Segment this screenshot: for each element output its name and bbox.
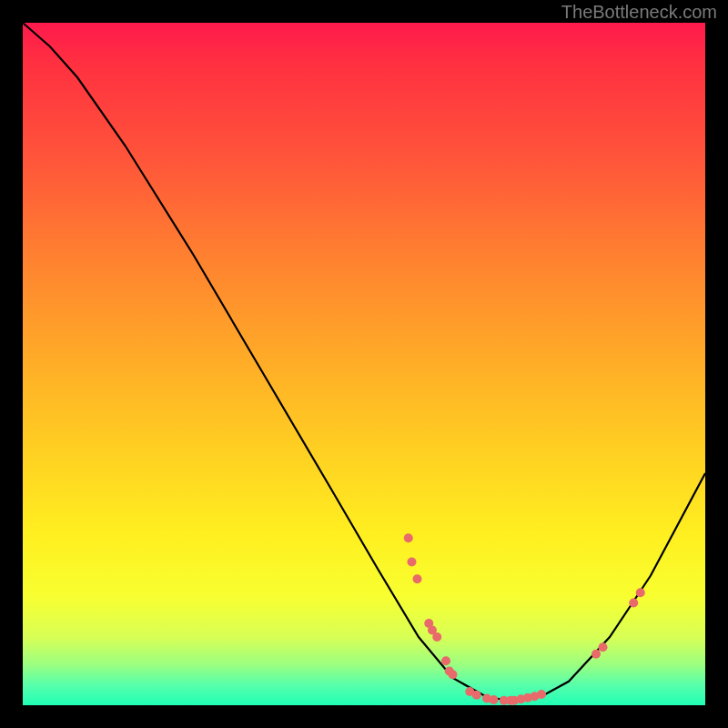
marker-point <box>472 691 481 700</box>
watermark-text: TheBottleneck.com <box>561 2 717 23</box>
marker-point <box>404 533 413 542</box>
plot-area <box>23 23 705 705</box>
marker-point <box>537 690 546 699</box>
marker-point <box>592 650 601 659</box>
marker-point <box>449 670 458 679</box>
marker-point <box>432 632 441 642</box>
marker-point <box>599 642 608 652</box>
marker-point <box>636 588 645 597</box>
chart-container: TheBottleneck.com <box>0 0 728 728</box>
marker-point <box>441 656 450 665</box>
curve-svg <box>23 23 705 705</box>
marker-points <box>404 533 645 705</box>
bottleneck-curve <box>23 23 705 702</box>
marker-point <box>490 695 499 704</box>
marker-point <box>413 574 422 583</box>
marker-point <box>408 558 417 567</box>
marker-point <box>629 599 638 608</box>
